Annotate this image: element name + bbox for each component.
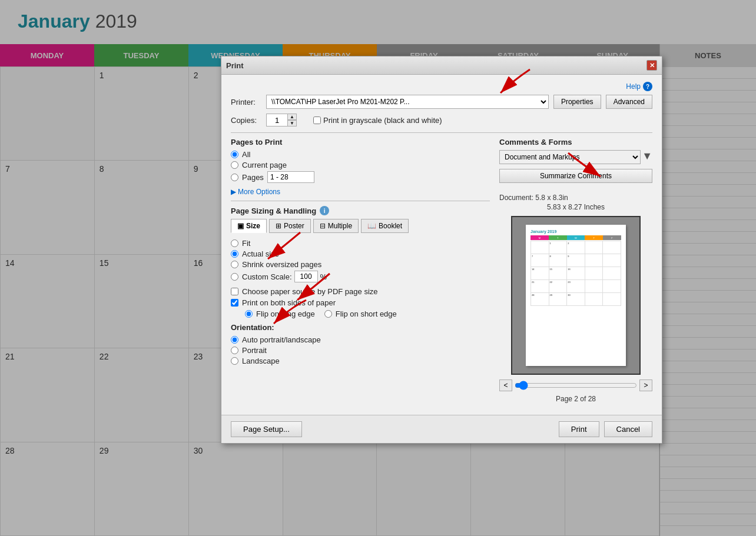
printer-select[interactable]: \\TOMCAT\HP LaserJet Pro M201-M202 P... (266, 95, 549, 109)
preview-header: M T W T F (530, 235, 621, 240)
radio-pages[interactable]: Pages (231, 173, 264, 182)
dialog-footer: Page Setup... Print Cancel (221, 415, 662, 443)
both-sides-row: Print on both sides of paper (231, 298, 490, 307)
radio-auto-orient[interactable]: Auto portrait/landscape (231, 335, 490, 344)
preview-grid-cell (603, 254, 621, 267)
flip-long[interactable]: Flip on long edge (245, 309, 315, 318)
both-sides-checkbox[interactable] (231, 299, 238, 307)
preview-grid-cell: 15 (549, 267, 568, 280)
radio-portrait[interactable]: Portrait (231, 346, 490, 355)
preview-grid-cell (531, 241, 549, 254)
tab-size[interactable]: ▣ Size (231, 219, 267, 233)
grayscale-checkbox[interactable] (313, 116, 321, 124)
radio-custom[interactable]: Custom Scale: (231, 272, 292, 281)
preview-grid-cell: 21 (531, 280, 549, 293)
more-options[interactable]: ▶ More Options (231, 188, 490, 196)
copies-input[interactable] (266, 114, 287, 126)
preview-grid: 1 2 7 8 9 14 15 16 (530, 241, 621, 306)
preview-header-cell: T (585, 235, 603, 240)
copies-spinners: ▲ ▼ (287, 114, 297, 126)
cf-dropdown-icon[interactable]: ▼ (642, 150, 652, 164)
pages-row: Pages (231, 171, 490, 183)
radio-landscape-input[interactable] (231, 357, 238, 365)
preview-page: January 2019 M T W T F 1 2 (526, 225, 626, 366)
spin-up-button[interactable]: ▲ (287, 114, 297, 120)
orientation-section: Orientation: Auto portrait/landscape Por… (231, 323, 490, 365)
copies-label: Copies: (231, 116, 261, 125)
preview-grid-cell (585, 241, 604, 254)
radio-shrink-input[interactable] (231, 261, 238, 268)
preview-grid-cell (603, 280, 621, 293)
flip-options: Flip on long edge Flip on short edge (245, 309, 490, 318)
preview-grid-cell: 28 (531, 293, 549, 306)
radio-all-input[interactable] (231, 151, 238, 158)
radio-current[interactable]: Current page (231, 161, 490, 169)
print-button[interactable]: Print (559, 421, 599, 437)
preview-grid-cell (585, 267, 604, 280)
tab-multiple[interactable]: ⊟ Multiple (313, 219, 359, 233)
flip-short-input[interactable] (324, 310, 332, 318)
multiple-icon: ⊟ (320, 222, 326, 230)
radio-portrait-input[interactable] (231, 347, 238, 354)
page-setup-button[interactable]: Page Setup... (231, 421, 302, 437)
radio-auto-input[interactable] (231, 336, 238, 344)
copies-row: Copies: ▲ ▼ Print in grayscale (black an… (231, 114, 652, 126)
sizing-header: Page Sizing & Handling i (231, 206, 490, 215)
prev-page-button[interactable]: < (499, 379, 512, 391)
radio-custom-input[interactable] (231, 273, 238, 281)
preview-grid-cell: 7 (531, 254, 549, 267)
cancel-button[interactable]: Cancel (604, 421, 652, 437)
page-slider[interactable] (515, 379, 637, 391)
preview-grid-cell: 1 (549, 241, 568, 254)
preview-grid-cell (603, 241, 621, 254)
sizing-divider (231, 201, 490, 201)
next-page-button[interactable]: > (639, 379, 652, 391)
preview-grid-cell: 8 (549, 254, 568, 267)
flip-long-input[interactable] (245, 310, 253, 318)
tab-poster[interactable]: ⊞ Poster (269, 219, 311, 233)
doc-info: Document: 5.8 x 8.3in (499, 194, 652, 202)
help-row: Help ? (231, 82, 652, 91)
preview-grid-cell (585, 254, 604, 267)
radio-fit[interactable]: Fit (231, 239, 490, 248)
preview-grid-cell: 2 (567, 241, 585, 254)
radio-pages-input[interactable] (231, 174, 238, 181)
pages-radio-group: All Current page Pages (231, 150, 490, 183)
sizing-tabs: ▣ Size ⊞ Poster ⊟ Multiple 📖 Booklet (231, 219, 490, 233)
spin-down-button[interactable]: ▼ (287, 120, 297, 126)
radio-actual-input[interactable] (231, 250, 238, 258)
pages-range-input[interactable] (267, 171, 314, 183)
close-button[interactable]: ✕ (646, 60, 657, 71)
radio-landscape[interactable]: Landscape (231, 357, 490, 365)
size-icon: ▣ (237, 222, 244, 230)
radio-current-input[interactable] (231, 161, 238, 169)
radio-fit-input[interactable] (231, 239, 238, 247)
page-navigation: < > (499, 379, 652, 391)
copies-input-wrap: ▲ ▼ (266, 114, 297, 126)
advanced-button[interactable]: Advanced (606, 95, 652, 109)
radio-actual[interactable]: Actual size (231, 249, 490, 258)
preview-grid-cell (603, 267, 621, 280)
summarize-button[interactable]: Summarize Comments (499, 169, 652, 183)
size-radio-group: Fit Actual size Shrink oversized pages C… (231, 239, 490, 282)
properties-button[interactable]: Properties (553, 95, 601, 109)
info-icon[interactable]: i (320, 206, 329, 215)
both-sides-section: Print on both sides of paper Flip on lon… (231, 298, 490, 318)
paper-source-checkbox[interactable] (231, 288, 238, 295)
dialog-right-column: Comments & Forms Document and Markups ▼ … (499, 138, 652, 408)
page-indicator: Page 2 of 28 (499, 395, 652, 403)
tab-booklet[interactable]: 📖 Booklet (361, 219, 409, 233)
custom-scale-row: Custom Scale: % (231, 271, 490, 282)
flip-short[interactable]: Flip on short edge (324, 309, 397, 318)
radio-shrink[interactable]: Shrink oversized pages (231, 260, 490, 269)
custom-scale-input[interactable] (294, 271, 318, 282)
cf-select-wrap: Document and Markups ▼ (499, 150, 652, 164)
preview-grid-cell (603, 293, 621, 306)
cf-select[interactable]: Document and Markups (499, 150, 641, 164)
help-link[interactable]: Help (626, 82, 641, 91)
preview-header-cell: M (530, 235, 549, 240)
comments-forms-section: Comments & Forms Document and Markups ▼ … (499, 138, 652, 188)
preview-grid-cell: 14 (531, 267, 549, 280)
radio-all[interactable]: All (231, 150, 490, 159)
dialog-left-column: Pages to Print All Current page Pages (231, 138, 490, 408)
